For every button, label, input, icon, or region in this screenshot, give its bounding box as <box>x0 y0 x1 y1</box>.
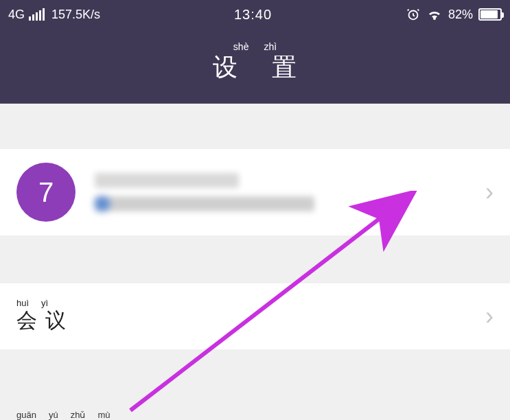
status-time: 13:40 <box>100 7 406 23</box>
profile-row[interactable]: 7 › <box>0 149 510 235</box>
network-speed: 157.5K/s <box>51 8 100 22</box>
meeting-row[interactable]: huì yì 会议 › <box>0 283 510 349</box>
wifi-icon <box>426 8 443 21</box>
avatar: 7 <box>16 163 76 222</box>
network-type: 4G <box>8 8 25 22</box>
status-bar: 4G 157.5K/s 13:40 82% <box>0 0 510 29</box>
divider <box>0 235 510 283</box>
page-header: shè zhì 设 置 <box>0 29 510 104</box>
status-left: 4G 157.5K/s <box>8 8 100 22</box>
battery-percentage: 82% <box>448 8 473 22</box>
divider <box>0 104 510 109</box>
divider <box>0 109 510 149</box>
chevron-right-icon: › <box>485 302 494 331</box>
divider <box>0 349 510 393</box>
item-title: 会议 <box>16 307 485 335</box>
signal-icon <box>29 8 45 21</box>
bottom-pinyin-row: guān yú zhǔ mù <box>16 410 110 420</box>
profile-text-blurred <box>95 173 485 211</box>
battery-icon <box>478 8 502 21</box>
chevron-right-icon: › <box>485 178 494 207</box>
page-title: 设 置 <box>0 51 510 84</box>
status-right: 82% <box>406 7 502 22</box>
alarm-icon <box>406 7 421 22</box>
meeting-label-wrap: huì yì 会议 <box>16 298 485 335</box>
